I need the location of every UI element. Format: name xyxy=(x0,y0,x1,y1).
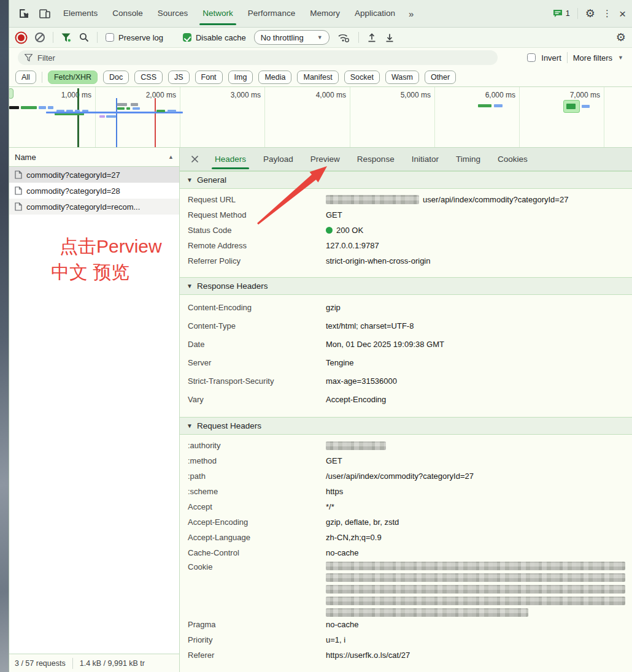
chip-other[interactable]: Other xyxy=(425,71,456,84)
record-network-log-button[interactable] xyxy=(18,34,25,41)
issues-counter[interactable]: 1 xyxy=(553,9,570,18)
kebab-menu-icon[interactable]: ⋮ xyxy=(603,8,612,19)
tab-application[interactable]: Application xyxy=(355,0,395,27)
header-value: no-cache xyxy=(326,620,358,629)
overview-drag-handle[interactable] xyxy=(9,88,13,99)
document-icon xyxy=(15,186,22,195)
header-row: Status Code200 OK xyxy=(180,223,632,238)
chip-js[interactable]: JS xyxy=(168,71,190,84)
invert-label: Invert xyxy=(541,53,561,63)
chip-doc[interactable]: Doc xyxy=(103,71,129,84)
section-rows: Request URLuser/api/index/commodity?cate… xyxy=(180,189,632,277)
clear-network-log-icon[interactable] xyxy=(35,32,45,42)
timeline-tick-label: 6,000 ms xyxy=(485,91,515,99)
network-overview-timeline[interactable]: 1,000 ms2,000 ms3,000 ms4,000 ms5,000 ms… xyxy=(9,86,632,148)
settings-gear-icon[interactable]: ⚙ xyxy=(585,7,595,20)
chip-socket[interactable]: Socket xyxy=(344,71,380,84)
details-tab-cookies[interactable]: Cookies xyxy=(498,148,528,170)
details-tab-timing[interactable]: Timing xyxy=(456,148,480,170)
invert-checkbox[interactable] xyxy=(527,53,536,62)
header-name: Date xyxy=(188,340,326,349)
waterfall-bar xyxy=(133,107,140,110)
header-name: Accept-Encoding xyxy=(188,517,326,527)
header-value: Tengine xyxy=(326,358,354,367)
header-value-text: GET xyxy=(326,456,342,465)
annotation-line-2: 中文 预览 xyxy=(51,259,162,285)
filter-input[interactable]: Filter xyxy=(18,50,498,65)
header-value: strict-origin-when-cross-origin xyxy=(326,256,431,265)
header-name: Accept xyxy=(188,502,326,511)
details-tab-response[interactable]: Response xyxy=(357,148,395,170)
throttling-select[interactable]: No throttling ▼ xyxy=(254,30,329,45)
details-tab-headers[interactable]: Headers xyxy=(215,148,246,170)
filter-funnel-icon[interactable] xyxy=(61,33,71,42)
header-row: :methodGET xyxy=(180,453,632,468)
divider xyxy=(358,32,359,43)
waterfall-bar xyxy=(168,110,176,112)
requests-panel: Name ▲ commodity?categoryId=27commodity?… xyxy=(9,148,179,672)
tab-sources[interactable]: Sources xyxy=(158,0,188,27)
details-tab-initiator[interactable]: Initiator xyxy=(412,148,439,170)
close-details-icon[interactable] xyxy=(191,155,199,163)
more-panels-icon[interactable]: » xyxy=(409,9,414,19)
header-value-text: user/api/index/commodity?categoryId=27 xyxy=(423,195,568,204)
details-tab-payload[interactable]: Payload xyxy=(263,148,293,170)
chip-img[interactable]: Img xyxy=(228,71,253,84)
tab-network[interactable]: Network xyxy=(202,0,233,27)
name-column-header[interactable]: Name ▲ xyxy=(9,148,179,167)
header-row: DateMon, 01 Dec 2025 19:09:38 GMT xyxy=(180,335,632,353)
header-value-text: https://userfk.o.ls/cat/27 xyxy=(326,651,410,660)
filter-placeholder: Filter xyxy=(37,53,55,63)
search-icon[interactable] xyxy=(79,32,89,42)
header-row: Referrer Policystrict-origin-when-cross-… xyxy=(180,253,632,269)
waterfall-bar xyxy=(478,104,491,107)
chip-css[interactable]: CSS xyxy=(134,71,163,84)
issues-count-label: 1 xyxy=(566,9,570,18)
import-har-icon[interactable] xyxy=(367,32,377,43)
header-name: Request URL xyxy=(188,195,326,204)
header-value xyxy=(326,560,625,617)
section-header-general[interactable]: ▼General xyxy=(180,171,632,189)
details-tab-preview[interactable]: Preview xyxy=(310,148,340,170)
request-row[interactable]: commodity?categoryId=recom... xyxy=(9,199,179,215)
header-value-text: https xyxy=(326,487,343,496)
request-row[interactable]: commodity?categoryId=28 xyxy=(9,183,179,199)
header-value-text: no-cache xyxy=(326,620,358,629)
device-toolbar-icon[interactable] xyxy=(39,7,51,20)
request-name: commodity?categoryId=28 xyxy=(26,186,120,196)
preserve-log-checkbox[interactable] xyxy=(106,33,114,42)
more-filters-button[interactable]: More filters xyxy=(573,53,612,63)
inspect-element-icon[interactable] xyxy=(18,7,30,20)
header-value: 200 OK xyxy=(326,226,363,235)
chip-wasm[interactable]: Wasm xyxy=(385,71,419,84)
waterfall-bar xyxy=(106,115,116,118)
chip-media[interactable]: Media xyxy=(258,71,291,84)
waterfall-bar xyxy=(21,106,37,109)
section-header-response-headers[interactable]: ▼Response Headers xyxy=(180,277,632,295)
section-header-request-headers[interactable]: ▼Request Headers xyxy=(180,417,632,435)
request-row[interactable]: commodity?categoryId=27 xyxy=(9,167,179,183)
disable-cache-checkbox[interactable] xyxy=(183,33,191,42)
header-value-text: Mon, 01 Dec 2025 19:09:38 GMT xyxy=(326,340,444,349)
timeline-tick-label: 3,000 ms xyxy=(231,91,261,99)
tab-elements[interactable]: Elements xyxy=(63,0,98,27)
chip-manifest[interactable]: Manifest xyxy=(297,71,338,84)
header-value: gzip, deflate, br, zstd xyxy=(326,517,399,527)
tab-memory[interactable]: Memory xyxy=(310,0,340,27)
close-devtools-icon[interactable]: × xyxy=(619,8,626,20)
chip-fetch-xhr[interactable]: Fetch/XHR xyxy=(48,71,98,84)
header-value: /user/api/index/commodity?categoryId=27 xyxy=(326,472,474,481)
tab-performance[interactable]: Performance xyxy=(248,0,295,27)
timeline-gridline xyxy=(350,87,350,147)
chip-font[interactable]: Font xyxy=(195,71,223,84)
network-settings-gear-icon[interactable]: ⚙ xyxy=(616,31,626,44)
panel-tabs: ElementsConsoleSourcesNetworkPerformance… xyxy=(56,0,403,27)
chip-all[interactable]: All xyxy=(15,71,36,84)
waterfall-bar xyxy=(39,106,46,109)
export-har-icon[interactable] xyxy=(385,32,395,43)
dcl-line xyxy=(77,88,79,147)
tab-console[interactable]: Console xyxy=(112,0,143,27)
header-row: Content-Encodinggzip xyxy=(180,298,632,316)
network-conditions-icon[interactable] xyxy=(337,32,350,43)
redacted-text xyxy=(326,441,386,450)
